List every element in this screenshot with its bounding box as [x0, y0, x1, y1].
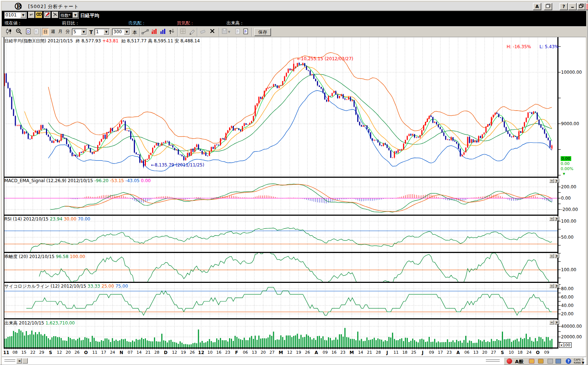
- bar-count-select[interactable]: 300: [112, 28, 130, 35]
- index-type-dropdown-icon[interactable]: [73, 12, 78, 18]
- ime-caps-kana[interactable]: CAPSKANA: [574, 358, 581, 365]
- rsi-axis-label: 100.00: [561, 219, 576, 224]
- page-load-button[interactable]: P: [234, 28, 242, 36]
- ime-toolbox-icon[interactable]: [538, 359, 543, 364]
- period-day-button[interactable]: 日: [42, 28, 49, 35]
- ime-palette-icon[interactable]: [529, 359, 534, 364]
- ime-dict-icon[interactable]: [556, 359, 561, 364]
- ime-mouse-icon[interactable]: [507, 358, 512, 364]
- minute-value-dropdown-icon[interactable]: [81, 29, 86, 35]
- app-window: R [5002] 分析チャート A ? ✕ 0101 ↵ 指数* 日経平均 現在…: [0, 0, 588, 365]
- volume-blue-button[interactable]: [159, 28, 167, 36]
- x-axis-label: 14: [358, 350, 363, 355]
- symbol-input[interactable]: 0101: [4, 12, 27, 19]
- updown-button[interactable]: [168, 28, 176, 36]
- ime-toolbar: A般 ? CAPSKANA −▼: [504, 357, 583, 365]
- close-button[interactable]: ✕: [585, 3, 588, 10]
- x-axis-label: 13: [473, 350, 478, 355]
- ime-help-icon[interactable]: ?: [566, 358, 571, 364]
- eraser-button[interactable]: [199, 28, 207, 36]
- low-stat-label: L: 5.43%: [539, 44, 559, 49]
- psy-minimize-button[interactable]: −: [549, 284, 554, 288]
- restore-button[interactable]: [577, 3, 585, 10]
- x-axis-label: 16: [332, 350, 337, 355]
- tick-value-select[interactable]: 1: [94, 28, 110, 35]
- price-change: +43.81: [102, 38, 118, 43]
- x-axis-label: N: [120, 350, 123, 355]
- tick-label: T: [89, 29, 93, 35]
- new-window-button[interactable]: [544, 3, 552, 10]
- vol-close-button[interactable]: ×: [554, 320, 559, 324]
- symbol-dropdown-icon[interactable]: [20, 12, 26, 18]
- period-minute-button[interactable]: 分: [64, 28, 71, 35]
- copy-back-button[interactable]: R: [32, 28, 40, 36]
- x-axis-label: O: [84, 350, 88, 355]
- minute-value-select[interactable]: 5: [72, 28, 87, 35]
- x-axis-label: 16: [216, 350, 221, 355]
- x-axis-label: A: [456, 350, 460, 355]
- x-axis-label: F: [235, 350, 238, 355]
- help-button[interactable]: ?: [560, 3, 568, 10]
- page-save-button[interactable]: P: [242, 28, 250, 36]
- x-axis-label: 24: [110, 350, 115, 355]
- x-axis-label: 23: [447, 350, 452, 355]
- pencil-button[interactable]: [188, 28, 196, 36]
- high-stat-label: H: -16.35%: [507, 44, 531, 49]
- dev-close-button[interactable]: ×: [554, 254, 559, 258]
- save-template-button[interactable]: ▼: [221, 28, 232, 36]
- rsi-close-button[interactable]: ×: [554, 216, 559, 221]
- bar-count-dropdown-icon[interactable]: [124, 29, 129, 35]
- current-price-label: 現在値：: [4, 20, 22, 26]
- rsi-header: RSI (14) 2012/10/15 23.94 30.00 70.00: [4, 216, 90, 222]
- volume-red-button[interactable]: [150, 28, 158, 36]
- tick-value-dropdown-icon[interactable]: [104, 29, 109, 35]
- save-button[interactable]: 保存: [254, 28, 271, 36]
- ime-pad-icon[interactable]: [548, 359, 553, 364]
- grid-button[interactable]: [179, 28, 187, 36]
- pen-off-button[interactable]: [52, 12, 58, 18]
- current-value-3: 0.00%: [561, 166, 573, 172]
- ime-mode-label[interactable]: A般: [515, 358, 523, 365]
- instrument-name: 日経平均: [80, 12, 99, 19]
- scroll-thumb[interactable]: [22, 358, 28, 364]
- x-axis-label: 06: [243, 350, 248, 355]
- vol-header: 出来高 2012/10/15 1,623,710.00: [4, 320, 75, 326]
- period-week-button[interactable]: 週: [50, 28, 57, 35]
- trendline-button[interactable]: [141, 28, 149, 36]
- scroll-left-button[interactable]: ◄: [16, 358, 22, 364]
- low-annotation: ←8,135.79 (2011/11/25): [151, 162, 204, 168]
- x-axis-label: 18: [518, 350, 523, 355]
- x-axis-label: 17: [101, 350, 106, 355]
- dev-minimize-button[interactable]: −: [549, 254, 554, 258]
- window-title: [5002] 分析チャート: [28, 3, 79, 10]
- copy-front-button[interactable]: D: [24, 28, 32, 36]
- candle-chart-button[interactable]: [5, 28, 13, 36]
- macd-minimize-button[interactable]: −: [549, 178, 554, 183]
- splitter-grip[interactable]: [486, 359, 500, 362]
- font-size-button[interactable]: A: [533, 3, 541, 10]
- period-month-button[interactable]: 月: [57, 28, 64, 35]
- minimize-button[interactable]: [568, 3, 577, 10]
- search-button[interactable]: [35, 12, 42, 18]
- x-axis-label: 09: [322, 350, 328, 355]
- x-axis-label: 11: [3, 350, 9, 355]
- x-axis-label: 15: [22, 350, 27, 355]
- macd-close-button[interactable]: ×: [554, 178, 559, 183]
- zoom-button[interactable]: [15, 28, 23, 36]
- x-axis-label: 09: [544, 350, 549, 355]
- rsi-minimize-button[interactable]: −: [549, 216, 554, 221]
- vol-minimize-button[interactable]: −: [549, 320, 554, 324]
- delete-button[interactable]: [208, 28, 216, 36]
- x-axis-label: 12: [198, 350, 204, 355]
- memo-button[interactable]: [44, 12, 51, 18]
- index-type-select[interactable]: 指数*: [59, 12, 79, 19]
- x-axis-label: 26: [74, 350, 80, 355]
- x-axis-label: 18: [402, 350, 407, 355]
- enter-button[interactable]: ↵: [28, 12, 35, 18]
- resize-grip[interactable]: [4, 359, 15, 362]
- psy-close-button[interactable]: ×: [554, 284, 559, 288]
- macd-axis-label: 0.00: [561, 196, 571, 201]
- ime-minimize-icon[interactable]: −▼: [582, 358, 585, 365]
- dev-axis-label: 100.00: [561, 267, 576, 272]
- svg-text:P: P: [244, 30, 247, 34]
